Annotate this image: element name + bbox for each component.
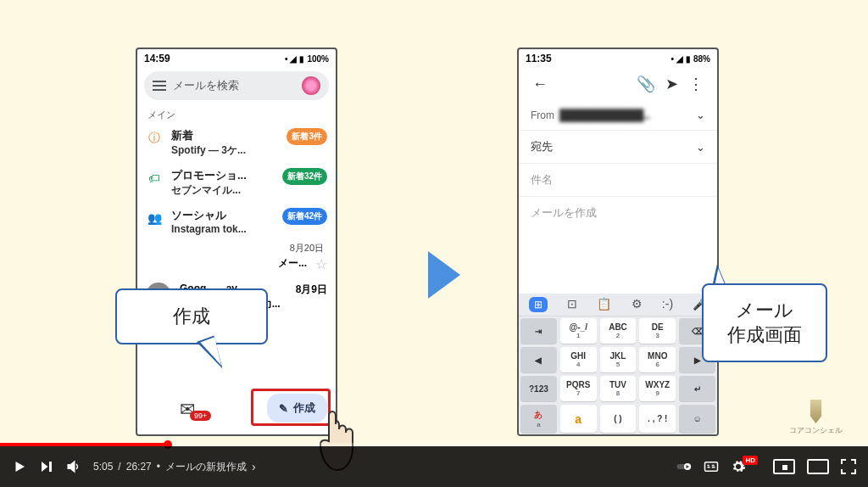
keyboard-toolbar: ⊞ ⊡ 📋 ⚙ :-) 🎤 <box>519 294 717 316</box>
captions-button[interactable] <box>704 459 719 474</box>
cat-title: ソーシャル <box>171 208 274 223</box>
section-label: メイン <box>137 104 336 123</box>
mail-tab-icon[interactable]: ✉ 99+ <box>180 399 195 421</box>
from-field[interactable]: From ████████████... ⌄ <box>519 100 717 131</box>
key[interactable]: ABC2 <box>600 318 637 344</box>
body-placeholder: メールを作成 <box>531 205 597 221</box>
battery-pct: 88% <box>693 54 710 64</box>
from-value: ████████████... <box>559 109 649 121</box>
compose-toolbar: ← 📎 ➤ ⋮ <box>519 68 717 100</box>
category-promotions[interactable]: 🏷 プロモーショ... セブンマイル... 新着32件 <box>137 163 336 203</box>
key-tab[interactable]: ⇥ <box>520 318 557 344</box>
miniplayer-button[interactable] <box>773 459 795 474</box>
grid-icon[interactable]: ⊞ <box>529 297 548 312</box>
chevron-right-icon[interactable]: › <box>252 460 256 473</box>
dot-icon: • <box>670 54 674 64</box>
cat-sub: セブンマイル... <box>171 183 274 198</box>
category-social[interactable]: 👥 ソーシャル Instagram tok... 新着42件 <box>137 203 336 240</box>
key[interactable]: PQRS7 <box>560 376 597 401</box>
from-label: From <box>531 109 554 121</box>
settings-button[interactable]: HD <box>731 459 761 474</box>
body-field[interactable]: メールを作成 <box>519 197 717 229</box>
theater-button[interactable] <box>807 459 829 474</box>
phone-gmail-compose: 11:35 • ◢ ▮ 88% ← 📎 ➤ ⋮ From ███████████… <box>517 48 719 436</box>
tag-icon: 🏷 <box>146 170 163 187</box>
slide-background <box>0 0 868 487</box>
mail-item-1[interactable]: メー... ☆ <box>137 256 336 277</box>
clock: 11:35 <box>526 53 552 64</box>
battery-icon: ▮ <box>686 54 691 64</box>
clipboard-icon[interactable]: 📋 <box>597 297 611 312</box>
unread-count: 99+ <box>190 411 211 421</box>
back-icon[interactable]: ← <box>527 76 553 93</box>
subject-field[interactable]: 件名 <box>519 164 717 197</box>
key-paren[interactable]: ( ) <box>600 405 637 433</box>
mail-date: 8月20日 <box>137 240 336 256</box>
dot-icon: • <box>285 54 288 64</box>
key[interactable]: @-_/1 <box>560 318 597 344</box>
fullscreen-button[interactable] <box>841 459 856 474</box>
search-placeholder: メールを検索 <box>173 78 295 93</box>
key[interactable]: MNO6 <box>639 347 676 372</box>
badge-new: 新着3件 <box>287 128 327 145</box>
gear-icon[interactable]: ⚙ <box>632 297 643 312</box>
arrow-right-icon <box>428 251 460 299</box>
key[interactable]: TUV8 <box>600 376 637 401</box>
status-icons: • ◢ ▮ 100% <box>285 54 329 64</box>
channel-logo: コアコンシェル <box>789 400 843 436</box>
video-player-controls: 5:05 / 26:27 • メールの新規作成 › HD <box>0 446 868 487</box>
key-sym[interactable]: ?123 <box>520 376 557 401</box>
play-button[interactable] <box>12 459 27 474</box>
key-lang[interactable]: あa <box>520 405 557 433</box>
callout-line2: 作成画面 <box>727 323 802 348</box>
key[interactable]: WXYZ9 <box>639 376 676 401</box>
clock: 14:59 <box>144 53 170 64</box>
key-punct[interactable]: . , ? ! <box>639 405 676 433</box>
key-a[interactable]: a <box>560 405 597 433</box>
time-current: 5:05 <box>93 461 113 473</box>
key-emoji[interactable]: ☺ <box>679 405 715 433</box>
key[interactable]: GHI4 <box>560 347 597 372</box>
video-frame: 14:59 • ◢ ▮ 100% メールを検索 メイン ⓘ 新着 Spotify… <box>0 0 868 487</box>
phone-gmail-inbox: 14:59 • ◢ ▮ 100% メールを検索 メイン ⓘ 新着 Spotify… <box>136 48 337 436</box>
logo-mark <box>807 400 826 423</box>
more-icon[interactable]: ⋮ <box>683 75 709 93</box>
callout-text: 作成 <box>173 305 210 327</box>
key[interactable]: DE3 <box>639 318 676 344</box>
signal-icon: ◢ <box>290 54 297 64</box>
mail-snippet: メー... <box>278 256 307 271</box>
people-icon: 👥 <box>146 210 163 227</box>
signal-icon: ◢ <box>676 54 683 64</box>
brand-name: コアコンシェル <box>789 425 843 436</box>
search-bar[interactable]: メールを検索 <box>144 71 329 100</box>
chapter-title[interactable]: メールの新規作成 <box>165 460 247 474</box>
status-bar: 11:35 • ◢ ▮ 88% <box>519 49 717 68</box>
chevron-down-icon[interactable]: ⌄ <box>696 109 705 121</box>
next-button[interactable] <box>39 459 54 474</box>
send-icon[interactable]: ➤ <box>660 75 683 93</box>
menu-icon[interactable] <box>153 81 166 91</box>
account-avatar[interactable] <box>302 76 320 95</box>
category-updates[interactable]: ⓘ 新着 Spotify — 3ケ... 新着3件 <box>137 123 336 163</box>
gif-icon[interactable]: ⊡ <box>567 297 577 312</box>
hd-badge: HD <box>743 456 758 465</box>
to-field[interactable]: 宛先 ⌄ <box>519 131 717 164</box>
autoplay-toggle[interactable] <box>676 459 692 474</box>
svg-rect-2 <box>705 462 718 472</box>
info-icon: ⓘ <box>146 130 163 147</box>
soft-keyboard[interactable]: ⊞ ⊡ 📋 ⚙ :-) 🎤 ⇥ @-_/1 ABC2 DE3 ⌫ ◀ GHI4 … <box>519 294 717 434</box>
subject-placeholder: 件名 <box>531 172 553 188</box>
star-icon[interactable]: ☆ <box>315 256 327 272</box>
badge-new: 新着42件 <box>282 208 327 225</box>
emoticon-icon[interactable]: :-) <box>662 297 673 312</box>
key-left[interactable]: ◀ <box>520 347 557 372</box>
attach-icon[interactable]: 📎 <box>632 75 660 93</box>
volume-button[interactable] <box>66 459 81 474</box>
status-icons: • ◢ ▮ 88% <box>670 54 710 64</box>
key-enter[interactable]: ↵ <box>679 376 715 401</box>
time-display: 5:05 / 26:27 • メールの新規作成 › <box>93 460 256 474</box>
time-total: 26:27 <box>126 461 152 473</box>
cat-sub: Instagram tok... <box>171 223 274 235</box>
chevron-down-icon[interactable]: ⌄ <box>696 141 705 154</box>
key[interactable]: JKL5 <box>600 347 637 372</box>
